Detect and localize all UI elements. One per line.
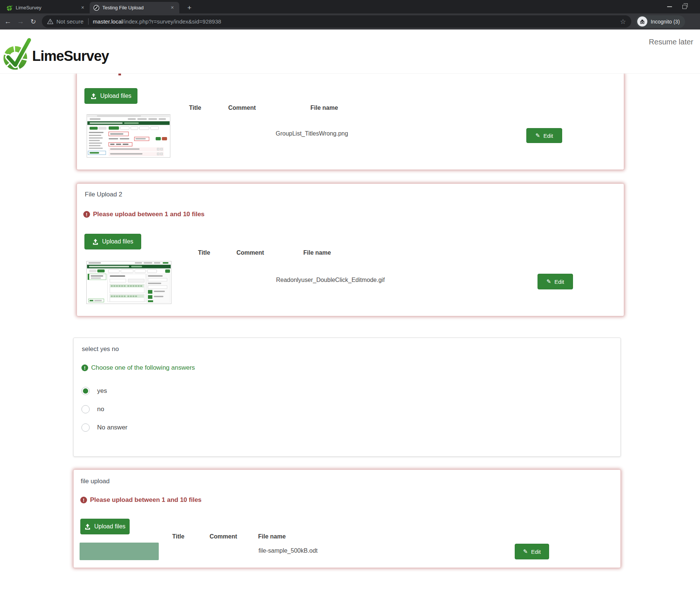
upload-icon [84,524,91,530]
radio-button[interactable] [81,405,90,413]
question-title: file upload [81,478,110,485]
file-thumbnail-grouplist [87,114,170,158]
tab-close-icon[interactable]: ✕ [169,4,176,11]
tab-limesurvey[interactable]: LimeSurvey ✕ [3,2,90,13]
edit-file-button[interactable]: ✎ Edit [526,128,562,143]
clipped-warning-fragment [118,74,121,75]
radio-button[interactable] [81,423,90,432]
warning-text: Please upload between 1 and 10 files [90,496,202,504]
question-title: select yes no [82,345,119,353]
address-bar[interactable]: Not secure master.local /index.php?r=sur… [42,15,631,28]
url-path: /index.php?r=survey/index&sid=928938 [123,18,222,25]
column-header-comment: Comment [210,533,237,540]
question-panel-file-upload: file upload ! Please upload between 1 an… [73,469,621,568]
radio-label: No answer [97,424,127,431]
edit-file-button[interactable]: ✎ Edit [538,274,573,289]
browser-tab-strip: LimeSurvey ✕ Testing File Upload ✕ + [0,0,700,13]
validation-warning: ! Please upload between 1 and 10 files [83,211,205,218]
limesurvey-logo-icon [3,35,31,71]
radio-option-no-answer[interactable]: No answer [81,423,127,432]
column-header-comment: Comment [236,249,264,256]
edit-label: Edit [531,549,541,555]
file-thumbnail-readonlyuser [86,261,171,304]
radio-option-yes[interactable]: yes [81,387,107,395]
warning-text: Please upload between 1 and 10 files [93,211,205,218]
logo-text: LimeSurvey [32,41,109,71]
not-secure-warning-icon [47,19,53,24]
edit-file-button[interactable]: ✎ Edit [515,544,549,559]
hint-text: Choose one of the following answers [91,364,195,372]
question-panel-1-clip: Upload files Title Comment File name [69,74,632,177]
incognito-icon [637,16,647,27]
limesurvey-logo: LimeSurvey [3,35,109,71]
forward-icon[interactable]: → [14,18,27,26]
uploaded-file-name: Readonlyuser_DoubleClick_Editmode.gif [276,277,385,283]
url-host: master.local [93,18,123,25]
incognito-label: Incognito (3) [651,19,680,25]
choose-one-hint: ! Choose one of the following answers [81,364,195,372]
back-icon[interactable]: ← [1,18,14,26]
question-panel-select-yes-no: select yes no ! Choose one of the follow… [73,338,621,457]
window-restore-icon[interactable] [682,5,687,9]
edit-label: Edit [554,279,564,285]
question-panel-upload-1: Upload files Title Comment File name [77,74,624,170]
exclamation-circle-icon: ! [81,364,88,371]
upload-files-label: Upload files [94,523,126,530]
window-controls [667,0,697,13]
upload-icon [92,239,99,245]
question-title: File Upload 2 [85,191,122,198]
column-header-file-name: File name [310,105,338,111]
resume-later-link[interactable]: Resume later [649,38,693,46]
window-minimize-icon[interactable] [667,6,672,7]
pencil-icon: ✎ [546,278,551,285]
pencil-icon: ✎ [535,132,540,139]
upload-files-button[interactable]: Upload files [80,519,130,534]
upload-files-label: Upload files [102,238,133,245]
radio-button-selected[interactable] [81,387,90,395]
incognito-badge[interactable]: Incognito (3) [636,15,685,28]
reload-icon[interactable]: ↻ [27,18,40,26]
tab-title: LimeSurvey [16,5,80,10]
uploaded-file-name: file-sample_500kB.odt [258,547,318,554]
column-header-comment: Comment [228,105,256,111]
radio-option-no[interactable]: no [81,405,104,413]
limesurvey-favicon-icon [7,5,13,11]
bookmark-star-icon[interactable]: ☆ [620,18,626,26]
upload-icon [90,93,97,99]
browser-toolbar: ← → ↻ Not secure master.local /index.php… [0,13,700,30]
tab-testing-file-upload[interactable]: Testing File Upload ✕ [90,2,179,13]
globe-favicon-icon [93,5,99,11]
radio-label: yes [97,387,107,395]
pencil-icon: ✎ [523,548,528,555]
column-header-title: Title [172,533,185,540]
new-tab-button[interactable]: + [185,3,194,13]
column-header-title: Title [198,249,210,256]
exclamation-circle-icon: ! [83,211,90,218]
exclamation-circle-icon: ! [80,497,87,503]
tab-title: Testing File Upload [102,5,169,10]
edit-label: Edit [543,133,553,139]
divider [88,18,89,25]
validation-warning: ! Please upload between 1 and 10 files [80,496,202,504]
survey-header: LimeSurvey Resume later [0,30,700,74]
upload-files-label: Upload files [100,93,131,99]
question-panel-upload-2: File Upload 2 ! Please upload between 1 … [77,183,624,316]
file-thumbnail-placeholder [80,543,159,560]
upload-files-button[interactable]: Upload files [84,234,141,249]
upload-files-button[interactable]: Upload files [84,88,137,104]
column-header-title: Title [189,105,201,111]
security-label: Not secure [56,18,84,25]
radio-label: no [97,406,104,413]
column-header-file-name: File name [258,533,286,540]
column-header-file-name: File name [303,249,331,256]
tab-close-icon[interactable]: ✕ [80,4,86,11]
uploaded-file-name: GroupList_TitlesWrong.png [276,130,348,137]
